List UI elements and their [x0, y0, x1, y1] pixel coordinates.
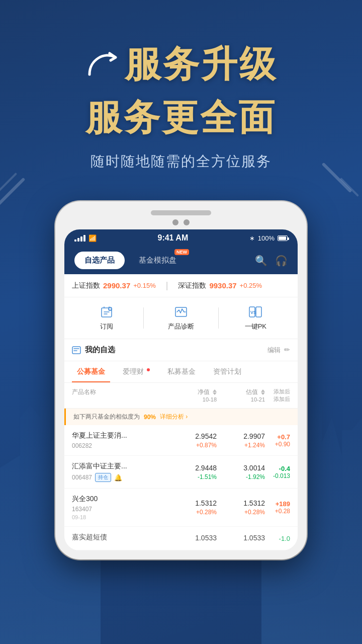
- fund-name-3[interactable]: 兴全300: [72, 495, 168, 504]
- fund-nav-1: 2.9542 +0.87%: [168, 432, 217, 449]
- subscribe-icon: [100, 305, 114, 319]
- action-diagnose[interactable]: 产品诊断: [144, 305, 218, 331]
- fund-info-2: 汇添富中证主要... 006487 持仓 🔔: [72, 462, 168, 482]
- phone-camera: [172, 219, 178, 225]
- watchlist-title-text: 我的自选: [85, 345, 115, 355]
- sh-index-change: +0.15%: [133, 282, 155, 289]
- add-val-4: -1.0: [265, 535, 290, 542]
- sz-index-value: 9930.37: [209, 281, 236, 290]
- nav-price-1: 2.9542: [168, 432, 217, 440]
- fund-nav-3: 1.5312 +0.28%: [168, 499, 217, 516]
- fund-name-2[interactable]: 汇添富中证主要...: [72, 462, 168, 471]
- nav-tabs: 自选产品 基金模拟盘 NEW: [74, 252, 187, 269]
- fund-row-3: 兴全300 163407 09-18 1.5312 +0.28% 1.5312 …: [64, 489, 298, 527]
- fund-name-4[interactable]: 嘉实超短债: [72, 533, 168, 542]
- phone-mockup: 📶 9:41 AM ∗ 100% 自选产品 基金模拟盘: [0, 201, 362, 559]
- arrow-icon: [84, 49, 120, 79]
- nav-date: 10-18: [203, 396, 217, 403]
- cat-tab-private[interactable]: 私募基金: [162, 361, 201, 382]
- tab-own-products[interactable]: 自选产品: [74, 252, 125, 269]
- new-badge: NEW: [174, 249, 189, 255]
- svg-text:VS: VS: [250, 310, 256, 315]
- nav-price-3: 1.5312: [168, 499, 217, 507]
- cat-tab-wealth[interactable]: 爱理财: [118, 361, 155, 382]
- signal-bar-2: [77, 238, 79, 242]
- fund-nav-4: 1.0533: [168, 534, 217, 543]
- add-val2-1: +0.90: [265, 441, 290, 448]
- watchlist-edit-button[interactable]: 编辑 ✏: [267, 346, 290, 355]
- subtitle-text: 随时随地随需的全方位服务: [30, 152, 332, 171]
- est-price-1: 2.9907: [217, 432, 265, 440]
- nav-price-4: 1.0533: [168, 534, 217, 542]
- similarity-link[interactable]: 详细分析 ›: [160, 413, 188, 421]
- wealth-dot: [147, 368, 150, 371]
- status-time: 9:41 AM: [157, 233, 188, 243]
- est-change-1: +1.24%: [217, 442, 265, 449]
- status-bar: 📶 9:41 AM ∗ 100%: [64, 229, 298, 247]
- sz-index-name: 深证指数: [178, 281, 206, 290]
- fund-est-2: 3.0014 -1.92%: [217, 464, 265, 480]
- col-est-header: 估值 10-21: [217, 388, 265, 403]
- bluetooth-icon: ∗: [249, 234, 255, 242]
- col-name-header: 产品名称: [72, 388, 168, 403]
- nav-change-3: +0.28%: [168, 509, 217, 516]
- table-header-row: 产品名称 净值 10-18 估值: [64, 383, 298, 409]
- nav-price-2: 2.9448: [168, 464, 217, 472]
- add-val-2: -0.4: [265, 465, 290, 472]
- svg-rect-6: [72, 347, 80, 354]
- wifi-icon: 📶: [88, 234, 97, 242]
- app-navbar: 自选产品 基金模拟盘 NEW 🔍 🎧: [64, 247, 298, 274]
- svg-rect-4: [256, 307, 261, 317]
- est-date: 10-21: [251, 396, 265, 403]
- sh-index-value: 2990.37: [103, 281, 130, 290]
- subscribe-label: 订阅: [100, 322, 113, 331]
- col-nav-header: 净值 10-18: [168, 388, 217, 403]
- fund-action-2: -0.4 -0.013: [265, 465, 290, 479]
- est-change-3: +0.28%: [217, 509, 265, 516]
- fund-bell-2[interactable]: 🔔: [114, 474, 122, 481]
- battery-percent: 100%: [258, 234, 275, 242]
- fund-name-1[interactable]: 华夏上证主要消...: [72, 431, 168, 440]
- fund-code-2: 006487: [72, 474, 92, 481]
- cat-tab-public[interactable]: 公募基金: [72, 361, 110, 382]
- pk-label: 一键PK: [245, 322, 266, 331]
- fund-row-2: 汇添富中证主要... 006487 持仓 🔔 2.9448 -1.51% 3.0…: [64, 456, 298, 489]
- search-icon[interactable]: 🔍: [255, 255, 267, 267]
- fund-row-1: 华夏上证主要消... 006282 2.9542 +0.87% 2.9907 +…: [64, 425, 298, 456]
- diagnose-label: 产品诊断: [168, 322, 194, 331]
- fund-nav-2: 2.9448 -1.51%: [168, 464, 217, 480]
- similarity-percent: 90%: [144, 414, 156, 421]
- fund-row-4: 嘉实超短债 1.0533 1.0533 -1.0: [64, 527, 298, 550]
- action-row: 订阅 产品诊断 VS 一键PK: [64, 297, 298, 339]
- phone-speaker: [151, 210, 211, 215]
- header-area: 服务升级 服务更全面 随时随地随需的全方位服务: [0, 0, 362, 181]
- signal-bar-3: [80, 236, 82, 242]
- watchlist-header: 我的自选 编辑 ✏: [64, 339, 298, 361]
- action-pk[interactable]: VS 一键PK: [219, 305, 293, 331]
- battery-icon: [278, 235, 288, 241]
- est-sort-icon[interactable]: [261, 389, 265, 395]
- est-price-2: 3.0014: [217, 464, 265, 472]
- fund-action-1: +0.7 +0.90: [265, 433, 290, 448]
- est-price-4: 1.0533: [217, 534, 265, 542]
- col-add-header: 添加后 添加后: [265, 388, 290, 403]
- nav-change-2: -1.51%: [168, 473, 217, 480]
- headline-text-2: 服务更全面: [30, 94, 332, 142]
- fund-est-3: 1.5312 +0.28%: [217, 499, 265, 516]
- action-subscribe[interactable]: 订阅: [69, 305, 143, 331]
- fund-code-1: 006282: [72, 442, 92, 449]
- phone-sensor: [184, 219, 190, 225]
- signal-bar-4: [83, 235, 85, 242]
- watchlist-title: 我的自选: [72, 345, 115, 355]
- fund-action-3: +189 +0.28: [265, 500, 290, 515]
- fund-action-4: -1.0: [265, 535, 290, 542]
- tab-fund-sim[interactable]: 基金模拟盘 NEW: [129, 252, 187, 269]
- fund-tag-2: 持仓: [95, 473, 111, 482]
- fund-est-4: 1.0533: [217, 534, 265, 543]
- cat-tab-asset[interactable]: 资管计划: [208, 361, 246, 382]
- sz-index: 深证指数 9930.37 +0.25%: [178, 281, 262, 290]
- nav-sort-icon[interactable]: [213, 389, 217, 395]
- index-ticker: 上证指数 2990.37 +0.15% | 深证指数 9930.37 +0.25…: [64, 274, 298, 297]
- headset-icon[interactable]: 🎧: [275, 255, 288, 267]
- fund-info-3: 兴全300 163407 09-18: [72, 495, 168, 520]
